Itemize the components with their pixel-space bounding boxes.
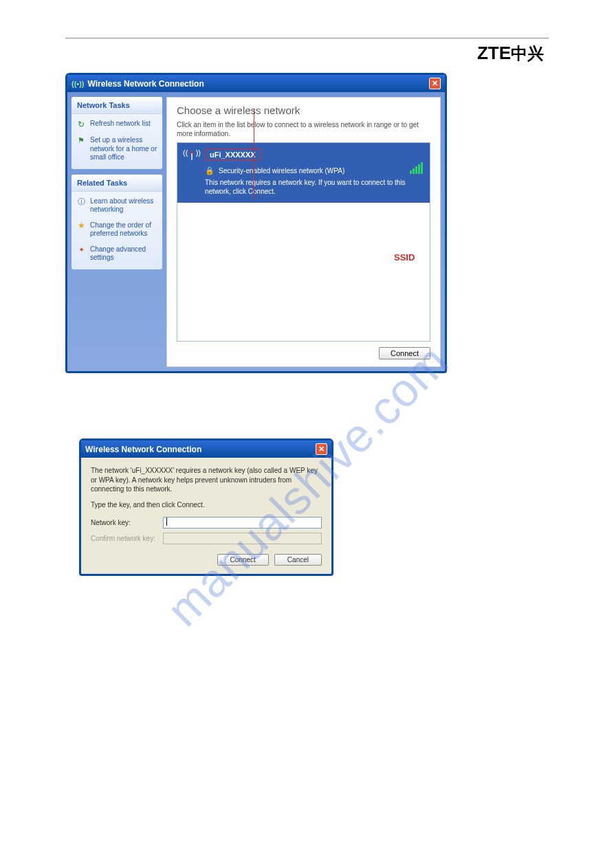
main-subtext: Click an item in the list below to conne…	[177, 120, 430, 138]
header-rule	[65, 38, 549, 38]
confirm-key-input	[163, 533, 322, 544]
setup-network-link[interactable]: ⚑ Set up a wireless network for a home o…	[76, 136, 157, 162]
ssid-highlight: uFi_XXXXXX	[205, 149, 261, 160]
network-key-label: Network key:	[91, 519, 163, 526]
refresh-icon: ↻	[76, 120, 86, 129]
caret-icon	[166, 518, 167, 526]
window-title: Wireless Network Connection	[88, 79, 204, 89]
setup-network-label: Set up a wireless network for a home or …	[90, 136, 157, 162]
advanced-settings-label: Change advanced settings	[90, 245, 157, 263]
learn-link[interactable]: ⓘ Learn about wireless networking	[76, 197, 157, 214]
dialog-cancel-button[interactable]: Cancel	[274, 554, 322, 566]
refresh-network-link[interactable]: ↻ Refresh network list	[76, 120, 157, 129]
refresh-network-label: Refresh network list	[90, 120, 151, 129]
sidebar: Network Tasks ↻ Refresh network list ⚑ S…	[72, 97, 162, 367]
close-icon: ✕	[432, 79, 438, 88]
advanced-settings-link[interactable]: ✦ Change advanced settings	[76, 245, 157, 263]
main-heading: Choose a wireless network	[177, 104, 430, 116]
wireless-list-window: ((•)) Wireless Network Connection ✕ Netw…	[65, 73, 447, 373]
network-description: This network requires a network key. If …	[205, 178, 418, 196]
close-icon: ✕	[318, 445, 325, 454]
info-icon: ⓘ	[76, 197, 86, 207]
change-order-label: Change the order of preferred networks	[90, 221, 157, 238]
network-key-input[interactable]	[163, 517, 322, 528]
network-key-dialog: Wireless Network Connection ✕ The networ…	[79, 438, 333, 576]
network-tasks-header: Network Tasks	[72, 97, 162, 114]
dialog-message: The network 'uFi_XXXXXX' requires a netw…	[91, 466, 322, 494]
network-tasks-panel: Network Tasks ↻ Refresh network list ⚑ S…	[72, 97, 162, 169]
related-tasks-panel: Related Tasks ⓘ Learn about wireless net…	[72, 175, 162, 269]
dialog-instruction: Type the key, and then click Connect.	[91, 501, 322, 509]
wifi-icon	[184, 148, 199, 161]
close-button[interactable]: ✕	[429, 78, 441, 89]
gear-icon: ✦	[76, 245, 86, 255]
star-icon: ★	[76, 221, 86, 231]
confirm-key-label: Confirm network key:	[91, 535, 163, 542]
network-item[interactable]: uFi_XXXXXX 🔒 Security-enabled wireless n…	[177, 143, 430, 203]
ssid-callout-label: SSID	[394, 252, 415, 263]
related-tasks-header: Related Tasks	[72, 175, 162, 192]
dialog-title: Wireless Network Connection	[85, 445, 201, 454]
change-order-link[interactable]: ★ Change the order of preferred networks	[76, 221, 157, 238]
network-list[interactable]: uFi_XXXXXX 🔒 Security-enabled wireless n…	[177, 142, 430, 342]
signal-strength-icon	[410, 162, 423, 174]
dialog-connect-button[interactable]: Connect	[217, 554, 269, 566]
learn-label: Learn about wireless networking	[90, 197, 157, 214]
dialog-close-button[interactable]: ✕	[316, 443, 327, 455]
lock-icon: 🔒	[205, 166, 215, 175]
wifi-title-icon: ((•))	[72, 80, 85, 88]
ssid-callout-line	[254, 109, 254, 199]
titlebar[interactable]: ((•)) Wireless Network Connection ✕	[67, 75, 445, 92]
main-panel: Choose a wireless network Click an item …	[166, 97, 441, 367]
brand-logo: ZTE中兴	[477, 43, 544, 65]
setup-icon: ⚑	[76, 136, 86, 146]
dialog-titlebar[interactable]: Wireless Network Connection ✕	[81, 441, 331, 458]
connect-button[interactable]: Connect	[379, 347, 430, 359]
security-label: Security-enabled wireless network (WPA)	[219, 167, 344, 175]
